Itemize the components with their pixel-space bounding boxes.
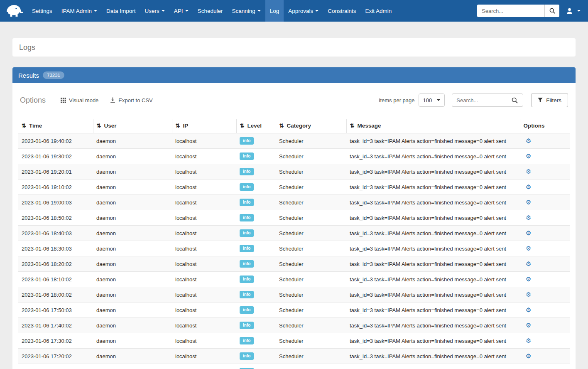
row-settings-gear-icon[interactable]: ⚙ [523, 183, 531, 190]
nav-item-exit-admin[interactable]: Exit Admin [361, 0, 397, 22]
nav-item-users[interactable]: Users [140, 0, 169, 22]
cell-category: Scheduler [276, 272, 346, 287]
cell-category: Scheduler [276, 241, 346, 256]
cell-user: daemon [93, 195, 172, 210]
nav-item-scanning[interactable]: Scanning [227, 0, 265, 22]
table-body: 2023-01-06 19:40:02daemonlocalhostinfoSc… [18, 133, 570, 369]
column-header-user[interactable]: ⇅User [93, 119, 172, 133]
column-header-message[interactable]: ⇅Message [346, 119, 520, 133]
nav-item-ipam-admin[interactable]: IPAM Admin [57, 0, 102, 22]
cell-category: Scheduler [276, 303, 346, 318]
level-badge: info [240, 352, 254, 360]
column-header-level[interactable]: ⇅Level [236, 119, 276, 133]
search-icon [549, 8, 555, 14]
cell-ip: localhost [172, 256, 236, 272]
cell-message: task_id=3 task=IPAM Alerts action=finish… [346, 318, 520, 333]
row-settings-gear-icon[interactable]: ⚙ [523, 137, 531, 144]
row-settings-gear-icon[interactable]: ⚙ [523, 306, 531, 313]
cell-options: ⚙ [520, 287, 570, 303]
nav-item-data-import[interactable]: Data Import [102, 0, 140, 22]
nav-item-scheduler[interactable]: Scheduler [193, 0, 228, 22]
column-header-ip[interactable]: ⇅IP [172, 119, 236, 133]
user-menu[interactable] [564, 7, 582, 15]
navbar-search-input[interactable] [477, 5, 544, 17]
export-csv-button[interactable]: Export to CSV [110, 97, 152, 103]
row-settings-gear-icon[interactable]: ⚙ [523, 276, 531, 283]
visual-mode-label: Visual mode [69, 97, 98, 103]
column-label: Message [357, 123, 381, 129]
chevron-down-icon [437, 99, 440, 101]
row-settings-gear-icon[interactable]: ⚙ [523, 214, 531, 221]
sort-icon[interactable]: ⇅ [97, 123, 101, 129]
items-per-page-value: 100 [423, 97, 432, 103]
nav-item-settings[interactable]: Settings [27, 0, 57, 22]
cell-user: daemon [93, 303, 172, 318]
chevron-down-icon [162, 10, 165, 12]
cell-ip: localhost [172, 149, 236, 164]
sort-icon[interactable]: ⇅ [279, 123, 284, 129]
column-header-category[interactable]: ⇅Category [276, 119, 346, 133]
row-settings-gear-icon[interactable]: ⚙ [523, 337, 531, 344]
row-settings-gear-icon[interactable]: ⚙ [523, 199, 531, 206]
row-settings-gear-icon[interactable]: ⚙ [523, 322, 531, 329]
cell-level: info [236, 226, 276, 241]
cell-ip: localhost [172, 133, 236, 149]
row-settings-gear-icon[interactable]: ⚙ [523, 168, 531, 175]
row-settings-gear-icon[interactable]: ⚙ [523, 260, 531, 267]
row-settings-gear-icon[interactable]: ⚙ [523, 153, 531, 160]
cell-options: ⚙ [520, 318, 570, 333]
navbar-search-button[interactable] [544, 5, 559, 17]
table-row: 2023-01-06 18:10:02daemonlocalhostinfoSc… [18, 272, 570, 287]
row-settings-gear-icon[interactable]: ⚙ [523, 291, 531, 298]
table-row: 2023-01-06 18:00:02daemonlocalhostinfoSc… [18, 287, 570, 303]
row-settings-gear-icon[interactable]: ⚙ [523, 245, 531, 252]
filters-button[interactable]: Filters [531, 93, 568, 107]
cell-user: daemon [93, 318, 172, 333]
cell-user: daemon [93, 287, 172, 303]
cell-message: task_id=3 task=IPAM Alerts action=finish… [346, 195, 520, 210]
options-toolbar: Options Visual mode [18, 89, 570, 119]
cell-ip: localhost [172, 164, 236, 180]
sort-icon[interactable]: ⇅ [176, 123, 180, 129]
row-settings-gear-icon[interactable]: ⚙ [523, 229, 531, 236]
sort-icon[interactable]: ⇅ [240, 123, 245, 129]
table-search-input[interactable] [452, 93, 506, 107]
sort-icon[interactable]: ⇅ [350, 123, 355, 129]
cell-message: task_id=3 task=IPAM Alerts action=finish… [346, 133, 520, 149]
column-label: Category [287, 123, 311, 129]
sort-icon[interactable]: ⇅ [22, 123, 26, 129]
items-per-page-select[interactable]: 100 [419, 93, 445, 107]
cell-level: info [236, 318, 276, 333]
table-row: 2023-01-06 18:20:02daemonlocalhostinfoSc… [18, 256, 570, 272]
chevron-down-icon [257, 10, 261, 12]
cell-message: task_id=3 task=IPAM Alerts action=finish… [346, 256, 520, 272]
phpipam-logo[interactable] [3, 0, 27, 22]
cell-options: ⚙ [520, 303, 570, 318]
cell-options: ⚙ [520, 226, 570, 241]
cell-level: info [236, 364, 276, 369]
cell-ip: localhost [172, 287, 236, 303]
cell-level: info [236, 272, 276, 287]
logs-table: ⇅Time⇅User⇅IP⇅Level⇅Category⇅MessageOpti… [18, 119, 570, 369]
cell-level: info [236, 195, 276, 210]
cell-time: 2023-01-06 17:10:02 [18, 364, 93, 369]
nav-item-api[interactable]: API [169, 0, 193, 22]
row-settings-gear-icon[interactable]: ⚙ [523, 352, 531, 359]
column-header-options: Options [520, 119, 570, 133]
cell-level: info [236, 303, 276, 318]
cell-ip: localhost [172, 180, 236, 195]
cell-message: task_id=3 task=IPAM Alerts action=finish… [346, 226, 520, 241]
level-badge: info [240, 260, 254, 268]
nav-item-log[interactable]: Log [265, 0, 284, 22]
column-header-time[interactable]: ⇅Time [18, 119, 93, 133]
visual-mode-button[interactable]: Visual mode [61, 97, 98, 103]
cell-options: ⚙ [520, 133, 570, 149]
nav-item-constraints[interactable]: Constraints [323, 0, 360, 22]
level-badge: info [240, 153, 254, 160]
table-search-button[interactable] [506, 93, 523, 107]
cell-category: Scheduler [276, 210, 346, 226]
cell-user: daemon [93, 364, 172, 369]
cell-time: 2023-01-06 19:10:02 [18, 180, 93, 195]
cell-options: ⚙ [520, 333, 570, 349]
nav-item-approvals[interactable]: Approvals [284, 0, 323, 22]
